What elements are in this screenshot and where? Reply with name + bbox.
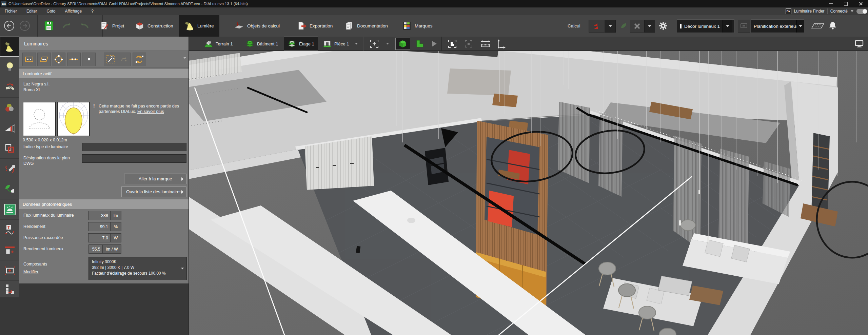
light-scene-caret[interactable] [723,20,732,33]
open-luminaire-list-button[interactable]: Ouvrir la liste des luminaires [121,186,186,197]
back-button[interactable] [3,20,15,32]
tab-construction[interactable]: Construction [135,15,173,37]
room-icon [323,40,332,48]
start-calculation-button[interactable] [589,20,605,33]
efficiency-value[interactable]: 99.1 [88,222,111,231]
circle-arrangement-button[interactable] [52,53,65,66]
plus-frame-icon [4,265,15,276]
online-toggle[interactable] [856,9,867,14]
menu-affichage[interactable]: Affichage [60,7,86,15]
tool-orientation[interactable] [0,77,19,98]
dwg-designation-input[interactable] [82,154,186,163]
coordinates-tool-button[interactable] [494,38,508,50]
breadcrumb-etage[interactable]: Étage 1 [284,37,318,51]
planning-mode-select[interactable]: Planification extérieure e... [751,19,804,33]
tool-light-beam[interactable] [0,118,19,138]
zoom-selection-button[interactable] [462,38,475,50]
undo-button[interactable] [61,20,73,31]
polygon-arrangement-button[interactable] [37,53,51,66]
restore-button[interactable] [838,0,853,7]
go-to-brand-button[interactable]: Aller à la marque [124,174,186,184]
type-index-input[interactable] [82,143,186,151]
terrain-icon [204,40,213,48]
rotate-swap-button[interactable] [133,53,146,66]
settings-button[interactable] [657,20,669,32]
tool-energy[interactable] [0,179,19,199]
luminous-efficacy-value[interactable]: 55.5 [88,244,103,254]
redo-button[interactable] [79,20,90,31]
component-caret[interactable] [178,257,186,280]
tool-copy-arrange[interactable] [0,138,19,159]
tool-text-spline[interactable] [0,220,19,240]
tool-luminaires[interactable] [0,37,19,57]
row-label: Flux lumineux du luminaire [23,213,74,218]
selection-frame-tool[interactable] [367,38,382,50]
zoom-fit-button[interactable] [446,38,459,50]
breadcrumb-batiment[interactable]: Bâtiment 1 [245,37,278,51]
beam-projector-icon [4,123,15,133]
spotlight-icon [5,41,15,52]
menu-fichier[interactable]: Fichier [0,7,22,15]
view-plan-button[interactable] [413,38,427,50]
line-arrangement-button[interactable] [67,53,81,66]
connection-status[interactable]: Connecté [830,9,848,14]
close-button[interactable] [853,0,868,7]
notifications-bell-icon[interactable] [828,21,837,31]
tool-lamps[interactable] [0,57,19,77]
forward-button[interactable] [19,20,31,32]
breadcrumb-piece[interactable]: Pièce 1 [323,37,349,51]
rect-arrangement-button[interactable] [22,53,36,66]
floor-plan-icon [415,39,424,48]
cancel-options-dropdown[interactable] [644,20,655,33]
tab-exportation[interactable]: Exportation [297,15,333,37]
magic-wand-button[interactable] [104,53,117,66]
energy-report-button[interactable] [618,20,629,32]
save-button[interactable] [43,20,54,31]
luminous-flux-value[interactable]: 388 [88,211,111,220]
power-value[interactable]: 7.0 [88,233,111,242]
room-list-caret[interactable] [355,43,358,45]
rotate-disabled-button[interactable] [117,53,131,66]
tab-documentation[interactable]: Documentation [344,15,388,37]
component-selector[interactable]: Infinity 3000K 392 lm | 3000 K | 7.0 W F… [88,257,187,280]
3d-viewport-canvas[interactable] [189,51,868,335]
menu-goto[interactable]: Goto [42,7,60,15]
light-scene-select[interactable]: Décor lumineux 1 [677,19,734,33]
view-3d-button[interactable] [395,38,410,50]
learn-more-link[interactable]: En savoir plus [137,109,164,114]
tool-light-color[interactable] [0,98,19,118]
tool-maintenance[interactable] [0,159,19,179]
planning-mode-caret[interactable] [796,20,804,33]
tab-marques[interactable]: Marques [402,15,433,37]
measure-tool-button[interactable] [478,38,493,50]
luminaire-finder-link[interactable]: Luminaire Finder [794,9,825,14]
keyboard-icon[interactable] [811,22,825,30]
brands-icon [402,21,412,31]
scene-view-button[interactable] [738,20,750,33]
menu-editer[interactable]: Editer [22,7,42,15]
rotate-arm-icon [4,82,15,93]
tab-projet[interactable]: Projet [100,15,124,37]
modify-link[interactable]: Modifier [23,270,38,274]
cancel-calculation-button[interactable] [630,20,644,33]
arrangement-more-dropdown[interactable] [183,57,186,59]
chevron-down-icon[interactable] [851,11,853,12]
tab-lumiere[interactable]: Lumière [179,15,219,37]
minimize-button[interactable] [823,0,838,7]
breadcrumb-terrain[interactable]: Terrain 1 [204,37,233,51]
tab-objets-de-calcul[interactable]: Objets de calcul [234,15,280,37]
luminaire-photo-placeholder[interactable] [23,102,56,136]
display-output-button[interactable] [852,38,866,50]
tool-daylight[interactable] [0,199,19,220]
tool-calculation-frame[interactable] [0,260,19,281]
view-walkthrough-button[interactable] [429,38,439,50]
photometric-diagram-thumbnail[interactable] [57,102,90,136]
single-placement-button[interactable] [82,53,96,66]
selection-tool-caret[interactable] [386,43,389,45]
viewport-toolbar: Terrain 1 Bâtiment 1 Étage 1 Pièce 1 [189,37,868,51]
menubar: Fichier Editer Goto Affichage ? Dx Lumin… [0,7,868,15]
menu-help[interactable]: ? [86,7,98,15]
tool-hierarchy[interactable] [0,281,19,298]
calculation-options-dropdown[interactable] [605,20,616,33]
tool-led-strip[interactable] [0,240,19,260]
